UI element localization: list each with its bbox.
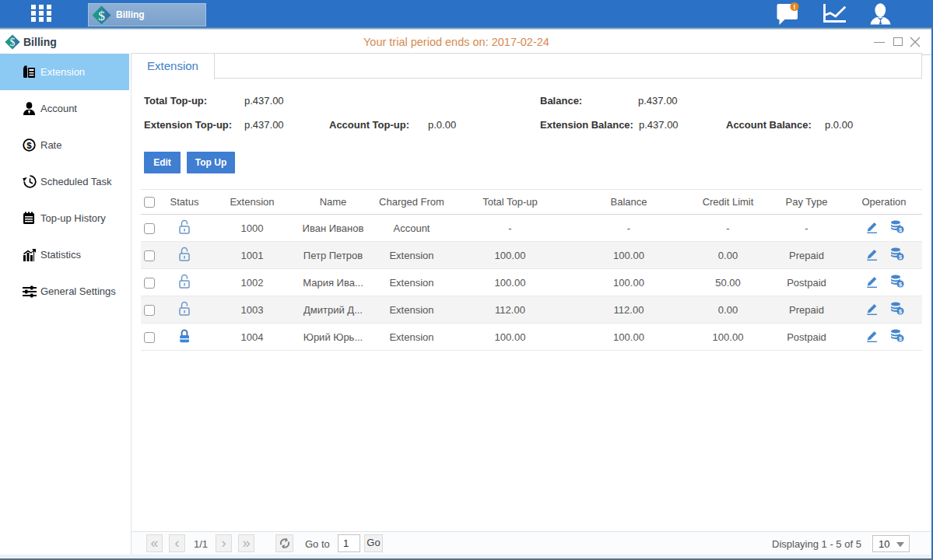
svg-text:!: !	[794, 3, 796, 11]
svg-text:$: $	[98, 8, 105, 23]
svg-text:$: $	[26, 141, 32, 150]
svg-text:$: $	[10, 37, 16, 48]
